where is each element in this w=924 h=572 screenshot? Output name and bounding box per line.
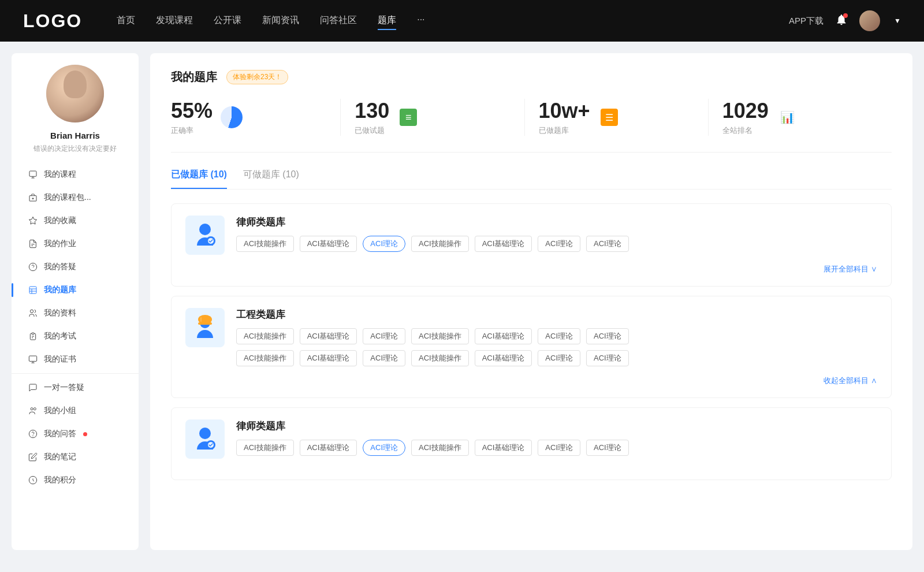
- qa-icon: [28, 429, 38, 439]
- svg-point-25: [199, 224, 211, 235]
- tag-0-0[interactable]: ACI技能操作: [236, 236, 294, 252]
- tag-1-3[interactable]: ACI技能操作: [411, 328, 469, 344]
- nav-news[interactable]: 新闻资讯: [262, 12, 299, 30]
- tag-1-12[interactable]: ACI理论: [538, 350, 580, 366]
- sidebar-item-note[interactable]: 我的笔记: [12, 445, 139, 469]
- stat-done-questions: 130 已做试题 ≡: [341, 99, 524, 136]
- engineer-icon: [190, 313, 220, 343]
- qbank-icon-wrap-2: [185, 419, 225, 459]
- svg-rect-11: [29, 287, 36, 294]
- done-banks-label: 已做题库: [539, 125, 590, 136]
- nav-home[interactable]: 首页: [117, 12, 135, 30]
- tab-done-banks[interactable]: 已做题库 (10): [171, 169, 227, 189]
- sidebar-item-group[interactable]: 我的小组: [12, 399, 139, 422]
- course-icon: [28, 169, 38, 180]
- svg-point-15: [30, 310, 33, 313]
- nav-more[interactable]: ···: [417, 12, 424, 30]
- nav-links: 首页 发现课程 公开课 新闻资讯 问答社区 题库 ···: [117, 12, 789, 30]
- tag-1-7[interactable]: ACI技能操作: [236, 350, 294, 366]
- sidebar-item-points[interactable]: 我的积分: [12, 469, 139, 492]
- nav-qa[interactable]: 问答社区: [320, 12, 357, 30]
- group-icon: [28, 406, 38, 416]
- page-title: 我的题库: [171, 69, 217, 85]
- sidebar-item-package[interactable]: 我的课程包...: [12, 186, 139, 209]
- nav-open-course[interactable]: 公开课: [214, 12, 241, 30]
- sidebar-item-collect[interactable]: 我的收藏: [12, 209, 139, 232]
- done-banks-icon: ☰: [598, 106, 620, 128]
- app-download-button[interactable]: APP下载: [789, 16, 824, 27]
- user-avatar: [46, 65, 104, 122]
- tag-2-6[interactable]: ACI理论: [586, 440, 629, 456]
- rank-value: 1029: [722, 99, 769, 123]
- sidebar-item-cert[interactable]: 我的证书: [12, 348, 139, 371]
- lawyer-icon: [190, 220, 220, 250]
- stat-rank: 1029 全站排名 📊: [709, 99, 892, 136]
- done-questions-value: 130: [355, 99, 389, 123]
- done-banks-value: 10w+: [539, 99, 590, 123]
- tag-1-5[interactable]: ACI理论: [538, 328, 580, 344]
- tag-1-11[interactable]: ACI基础理论: [475, 350, 532, 366]
- sidebar-item-material[interactable]: 我的资料: [12, 302, 139, 325]
- avatar-image: [46, 65, 104, 122]
- tag-0-6[interactable]: ACI理论: [586, 236, 629, 252]
- stat-done-banks: 10w+ 已做题库 ☰: [525, 99, 709, 136]
- notification-bell[interactable]: [835, 13, 848, 28]
- tab-available-banks[interactable]: 可做题库 (10): [243, 169, 299, 189]
- qbank-expand-1[interactable]: 收起全部科目 ∧: [185, 376, 877, 386]
- accuracy-value: 55%: [171, 99, 213, 123]
- tag-2-1[interactable]: ACI基础理论: [300, 440, 357, 456]
- qbank-icon: [28, 285, 38, 295]
- tag-0-1[interactable]: ACI基础理论: [300, 236, 357, 252]
- material-icon: [28, 308, 38, 318]
- sidebar-divider: [12, 373, 139, 374]
- tag-2-2[interactable]: ACI理论: [363, 440, 405, 456]
- qbank-expand-0[interactable]: 展开全部科目 ∨: [185, 264, 877, 274]
- user-motto: 错误的决定比没有决定要好: [24, 144, 126, 154]
- avatar[interactable]: [859, 10, 880, 31]
- question-circle-icon: [28, 262, 38, 272]
- tag-0-5[interactable]: ACI理论: [538, 236, 580, 252]
- tag-2-3[interactable]: ACI技能操作: [411, 440, 469, 456]
- qbank-header-1: 工程类题库 ACI技能操作 ACI基础理论 ACI理论 ACI技能操作 ACI基…: [185, 308, 877, 366]
- sidebar-item-homework[interactable]: 我的作业: [12, 232, 139, 255]
- sidebar: Brian Harris 错误的决定比没有决定要好 我的课程 我的课程包... …: [12, 53, 139, 550]
- tag-1-4[interactable]: ACI基础理论: [475, 328, 532, 344]
- rank-label: 全站排名: [722, 125, 769, 136]
- tag-1-2[interactable]: ACI理论: [363, 328, 405, 344]
- sidebar-item-exam[interactable]: 我的考试: [12, 325, 139, 348]
- note-icon: [28, 452, 38, 462]
- qbank-title-0: 律师类题库: [236, 216, 877, 229]
- sidebar-item-myqa[interactable]: 我的问答: [12, 422, 139, 445]
- tag-1-9[interactable]: ACI理论: [363, 350, 405, 366]
- tag-1-0[interactable]: ACI技能操作: [236, 328, 294, 344]
- cert-icon: [28, 354, 38, 365]
- nav-discover[interactable]: 发现课程: [156, 12, 193, 30]
- trial-badge: 体验剩余23天！: [226, 70, 288, 84]
- homework-icon: [28, 239, 38, 249]
- sidebar-item-one-one[interactable]: 一对一答疑: [12, 376, 139, 399]
- tag-0-2[interactable]: ACI理论: [363, 236, 405, 252]
- tag-1-8[interactable]: ACI基础理论: [300, 350, 357, 366]
- svg-rect-19: [29, 356, 36, 361]
- list-icon: ≡: [400, 109, 417, 126]
- tag-1-6[interactable]: ACI理论: [586, 328, 629, 344]
- one-one-icon: [28, 382, 38, 393]
- tag-0-3[interactable]: ACI技能操作: [411, 236, 469, 252]
- sidebar-item-answer[interactable]: 我的答疑: [12, 255, 139, 278]
- tag-2-0[interactable]: ACI技能操作: [236, 440, 294, 456]
- tag-2-4[interactable]: ACI基础理论: [475, 440, 532, 456]
- tag-1-13[interactable]: ACI理论: [586, 350, 629, 366]
- sidebar-item-my-course[interactable]: 我的课程: [12, 163, 139, 186]
- tag-1-1[interactable]: ACI基础理论: [300, 328, 357, 344]
- tag-0-4[interactable]: ACI基础理论: [475, 236, 532, 252]
- stat-accuracy: 55% 正确率: [171, 99, 341, 136]
- qbank-tags-2: ACI技能操作 ACI基础理论 ACI理论 ACI技能操作 ACI基础理论 AC…: [236, 440, 877, 456]
- rank-icon: 📊: [777, 106, 799, 128]
- sidebar-item-qbank[interactable]: 我的题库: [12, 278, 139, 302]
- navbar: LOGO 首页 发现课程 公开课 新闻资讯 问答社区 题库 ··· APP下载 …: [0, 0, 924, 42]
- tag-2-5[interactable]: ACI理论: [538, 440, 580, 456]
- tag-1-10[interactable]: ACI技能操作: [411, 350, 469, 366]
- qbank-tags-0: ACI技能操作 ACI基础理论 ACI理论 ACI技能操作 ACI基础理论 AC…: [236, 236, 877, 252]
- nav-qbank[interactable]: 题库: [378, 12, 396, 30]
- avatar-dropdown-icon[interactable]: ▼: [894, 17, 901, 25]
